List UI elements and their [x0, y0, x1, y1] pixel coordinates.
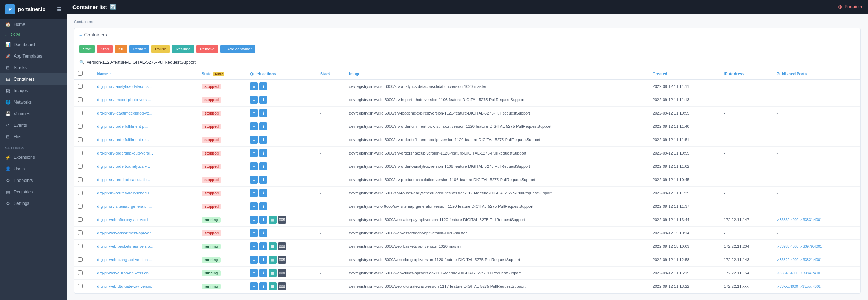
- sidebar-item-containers[interactable]: ▤ Containers: [0, 73, 67, 85]
- inspect-icon[interactable]: ℹ: [259, 189, 267, 197]
- logs-icon[interactable]: ≡: [250, 256, 258, 264]
- kill-button[interactable]: Kill: [115, 45, 127, 53]
- inspect-icon[interactable]: ℹ: [259, 256, 267, 264]
- logs-icon[interactable]: ≡: [250, 229, 258, 237]
- sidebar-item-volumes[interactable]: 💾 Volumes: [0, 108, 67, 120]
- select-all-checkbox[interactable]: [78, 71, 83, 76]
- row-checkbox[interactable]: [78, 164, 83, 169]
- row-checkbox[interactable]: [78, 177, 83, 182]
- sidebar-item-home[interactable]: 🏠 Home: [0, 19, 67, 30]
- row-checkbox[interactable]: [78, 217, 83, 222]
- menu-toggle-icon[interactable]: ☰: [57, 6, 62, 12]
- sidebar-item-host[interactable]: ⊞ Host: [0, 131, 67, 143]
- inspect-icon[interactable]: ℹ: [259, 229, 267, 237]
- port-link[interactable]: 33xxx:4000: [777, 285, 798, 288]
- logs-icon[interactable]: ≡: [250, 216, 258, 224]
- sidebar-item-extensions[interactable]: ⚡ Extensions: [0, 152, 67, 163]
- logs-icon[interactable]: ≡: [250, 149, 258, 157]
- row-checkbox[interactable]: [78, 137, 83, 142]
- logs-icon[interactable]: ≡: [250, 242, 258, 250]
- logs-icon[interactable]: ≡: [250, 176, 258, 184]
- add-container-button[interactable]: + Add container: [220, 45, 255, 53]
- search-input[interactable]: [87, 60, 855, 65]
- port-link[interactable]: 33979:4001: [800, 245, 822, 248]
- stats-icon[interactable]: ▦: [269, 269, 277, 277]
- container-name[interactable]: drg-pr-web-dtg-gateway-versio...: [93, 280, 198, 293]
- inspect-icon[interactable]: ℹ: [259, 269, 267, 277]
- port-link[interactable]: 33821:4001: [800, 258, 822, 262]
- container-name[interactable]: drg-pr-web-baskets-api-versio...: [93, 240, 198, 253]
- container-name[interactable]: drg-pr-web-assortment-api-ver...: [93, 227, 198, 240]
- port-link[interactable]: 33xxx:4001: [799, 285, 821, 288]
- sidebar-item-app-templates[interactable]: 🚀 App Templates: [0, 50, 67, 62]
- container-name[interactable]: drg-pr-srv-leadtimeexpired-ve...: [93, 107, 198, 120]
- terminal-icon[interactable]: ⌨: [278, 256, 286, 264]
- sidebar-item-dashboard[interactable]: 📊 Dashboard: [0, 39, 67, 50]
- container-name[interactable]: drg-pr-srv-orderfulfilment-pi...: [93, 120, 198, 133]
- inspect-icon[interactable]: ℹ: [259, 202, 267, 210]
- sidebar-item-registries[interactable]: ▤ Registries: [0, 186, 67, 198]
- container-name[interactable]: drg-pr-srv-import-photo-versi...: [93, 93, 198, 107]
- inspect-icon[interactable]: ℹ: [259, 109, 267, 117]
- row-checkbox[interactable]: [78, 84, 83, 89]
- sidebar-item-endpoints[interactable]: ⚙ Endpoints: [0, 175, 67, 186]
- logs-icon[interactable]: ≡: [250, 202, 258, 210]
- inspect-icon[interactable]: ℹ: [259, 242, 267, 250]
- inspect-icon[interactable]: ℹ: [259, 149, 267, 157]
- restart-button[interactable]: Restart: [129, 45, 149, 53]
- row-checkbox[interactable]: [78, 111, 83, 115]
- terminal-icon[interactable]: ⌨: [278, 242, 286, 250]
- container-name[interactable]: drg-pr-srv-sitemap-generator-...: [93, 200, 198, 213]
- port-link[interactable]: 33822:4000: [777, 258, 799, 262]
- inspect-icon[interactable]: ℹ: [259, 82, 267, 90]
- stats-icon[interactable]: ▦: [269, 242, 277, 250]
- container-name[interactable]: drg-pr-srv-ordertoanalytics-v...: [93, 160, 198, 173]
- sidebar-item-events[interactable]: ↺ Events: [0, 120, 67, 131]
- col-state[interactable]: State Filter: [198, 68, 246, 80]
- container-name[interactable]: drg-pr-srv-orderfulfilment-re...: [93, 133, 198, 147]
- row-checkbox[interactable]: [78, 151, 83, 155]
- logs-icon[interactable]: ≡: [250, 122, 258, 130]
- row-checkbox[interactable]: [78, 191, 83, 195]
- terminal-icon[interactable]: ⌨: [278, 216, 286, 224]
- remove-button[interactable]: Remove: [196, 45, 218, 53]
- logs-icon[interactable]: ≡: [250, 269, 258, 277]
- inspect-icon[interactable]: ℹ: [259, 122, 267, 130]
- logs-icon[interactable]: ≡: [250, 189, 258, 197]
- stats-icon[interactable]: ▦: [269, 216, 277, 224]
- inspect-icon[interactable]: ℹ: [259, 216, 267, 224]
- refresh-icon[interactable]: 🔄: [110, 4, 116, 10]
- row-checkbox[interactable]: [78, 257, 83, 262]
- row-checkbox[interactable]: [78, 270, 83, 275]
- logs-icon[interactable]: ≡: [250, 96, 258, 104]
- sidebar-item-users[interactable]: 👤 Users: [0, 163, 67, 175]
- terminal-icon[interactable]: ⌨: [278, 282, 286, 290]
- inspect-icon[interactable]: ℹ: [259, 162, 267, 170]
- port-link[interactable]: 33848:4000: [777, 271, 799, 275]
- start-button[interactable]: Start: [79, 45, 95, 53]
- inspect-icon[interactable]: ℹ: [259, 96, 267, 104]
- sidebar-item-settings[interactable]: ⚙ Settings: [0, 198, 67, 209]
- row-checkbox[interactable]: [78, 230, 83, 235]
- row-checkbox[interactable]: [78, 97, 83, 102]
- container-name[interactable]: drg-pr-web-clang-api-version-...: [93, 253, 198, 267]
- row-checkbox[interactable]: [78, 204, 83, 209]
- stats-icon[interactable]: ▦: [269, 282, 277, 290]
- container-name[interactable]: drg-pr-srv-routes-dailyschedu...: [93, 187, 198, 200]
- port-link[interactable]: 33831:4001: [800, 218, 822, 222]
- container-name[interactable]: drg-pr-srv-ordershakeup-versi...: [93, 147, 198, 160]
- pause-button[interactable]: Pause: [151, 45, 170, 53]
- row-checkbox[interactable]: [78, 244, 83, 248]
- row-checkbox[interactable]: [78, 284, 83, 288]
- logs-icon[interactable]: ≡: [250, 282, 258, 290]
- logs-icon[interactable]: ≡: [250, 136, 258, 144]
- stats-icon[interactable]: ▦: [269, 256, 277, 264]
- sidebar-item-images[interactable]: 🖼 Images: [0, 85, 67, 97]
- port-link[interactable]: 33832:4000: [777, 218, 799, 222]
- logs-icon[interactable]: ≡: [250, 162, 258, 170]
- col-name[interactable]: Name ↕: [93, 68, 198, 80]
- inspect-icon[interactable]: ℹ: [259, 282, 267, 290]
- inspect-icon[interactable]: ℹ: [259, 136, 267, 144]
- port-link[interactable]: 33847:4001: [800, 271, 822, 275]
- container-name[interactable]: drg-pr-web-culios-api-version...: [93, 267, 198, 280]
